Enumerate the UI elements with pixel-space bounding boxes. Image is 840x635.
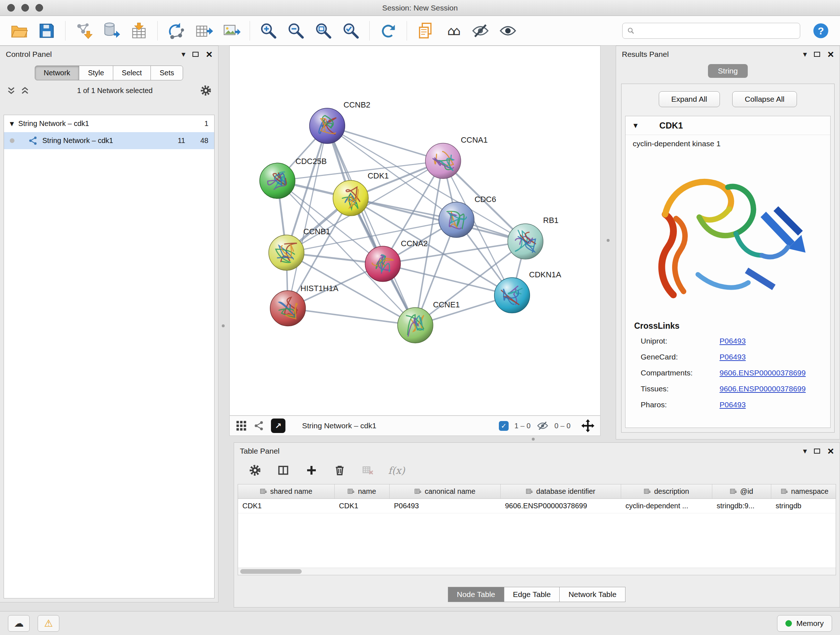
zoom-fit-button[interactable] (311, 19, 336, 43)
tab-node-table[interactable]: Node Table (448, 587, 504, 602)
network-node-CCNB2[interactable]: CCNB2 (309, 100, 370, 144)
zoom-in-button[interactable] (256, 19, 281, 43)
network-node-CDK1[interactable]: CDK1 (333, 171, 388, 216)
panel-menu-icon[interactable]: ▼ (803, 51, 807, 57)
export-table-button[interactable] (191, 19, 216, 43)
help-button[interactable]: ? (808, 19, 834, 43)
import-table-button[interactable] (126, 19, 152, 43)
network-node-RB1[interactable]: RB1 (508, 216, 558, 259)
expand-all-icon[interactable] (20, 86, 30, 95)
splitter-handle[interactable] (532, 438, 535, 440)
table-cell[interactable]: stringdb (771, 499, 836, 513)
tab-string[interactable]: String (708, 64, 748, 78)
close-panel-icon[interactable]: × (206, 49, 212, 60)
network-graph[interactable]: CCNB2CCNA1CDC25BCDK1CDC6RB1CCNB1CCNA2CDK… (230, 46, 600, 415)
crosslink-value-link[interactable]: P06493 (720, 337, 745, 345)
zoom-out-button[interactable] (283, 19, 309, 43)
memory-button[interactable]: Memory (777, 615, 832, 632)
collapse-triangle-icon[interactable]: ▼ (10, 120, 14, 127)
import-network-database-button[interactable] (99, 19, 124, 43)
network-node-HIST1H1A[interactable]: HIST1H1A (270, 284, 339, 326)
selected-checkbox-icon[interactable]: ✓ (499, 421, 508, 431)
table-cell[interactable]: 9606.ENSP00000378699 (501, 499, 621, 513)
table-cell[interactable]: cyclin-dependent ... (621, 499, 712, 513)
table-cell[interactable]: CDK1 (238, 499, 335, 513)
tab-sets[interactable]: Sets (150, 65, 183, 80)
crosslink-value-link[interactable]: 9606.ENSP00000378699 (720, 369, 806, 377)
crosslink-value-link[interactable]: 9606.ENSP00000378699 (720, 385, 806, 393)
collapse-all-button[interactable]: Collapse All (732, 91, 797, 107)
export-image-button[interactable] (218, 19, 244, 43)
close-panel-icon[interactable]: × (827, 49, 834, 60)
close-window-button[interactable] (7, 4, 15, 11)
column-header-description[interactable]: description (621, 485, 712, 499)
tab-network[interactable]: Network (35, 65, 79, 80)
add-column-button[interactable] (303, 463, 319, 478)
maximize-window-button[interactable] (35, 4, 43, 11)
column-header-database-identifier[interactable]: database identifier (501, 485, 621, 499)
delete-column-button[interactable] (332, 463, 347, 478)
warnings-button[interactable]: ⚠ (38, 615, 59, 632)
apply-layout-button[interactable] (376, 19, 401, 43)
open-session-button[interactable] (6, 19, 32, 43)
splitter-handle[interactable] (607, 239, 609, 242)
float-panel-icon[interactable] (814, 52, 820, 57)
zoom-selected-button[interactable] (338, 19, 363, 43)
float-panel-icon[interactable] (814, 448, 820, 454)
column-header-name[interactable]: name (335, 485, 390, 499)
splitter-handle[interactable] (222, 325, 225, 327)
cloud-status-button[interactable]: ☁ (8, 615, 30, 632)
scrollbar-thumb[interactable] (240, 569, 302, 574)
network-node-CDKN1A[interactable]: CDKN1A (494, 270, 561, 313)
panel-menu-icon[interactable]: ▼ (182, 51, 186, 57)
show-columns-button[interactable] (275, 463, 291, 478)
network-node-CCNA1[interactable]: CCNA1 (425, 135, 488, 179)
collapse-triangle-icon[interactable]: ▼ (633, 122, 638, 129)
protein-card-header[interactable]: ▼ CDK1 (625, 116, 830, 135)
network-edge[interactable] (288, 126, 327, 309)
horizontal-scrollbar[interactable] (238, 568, 836, 575)
function-builder-button[interactable]: f(x) (388, 465, 405, 476)
show-panel-button[interactable] (495, 19, 521, 43)
minimize-window-button[interactable] (21, 4, 29, 11)
tab-network-table[interactable]: Network Table (559, 587, 625, 602)
tab-select[interactable]: Select (113, 65, 151, 80)
gear-icon[interactable] (200, 85, 212, 96)
crosslink-value-link[interactable]: P06493 (720, 353, 745, 361)
table-cell[interactable]: P06493 (390, 499, 501, 513)
table-row[interactable]: CDK1CDK1P064939606.ENSP00000378699cyclin… (238, 499, 836, 513)
network-edge[interactable] (327, 126, 443, 161)
import-network-file-button[interactable] (71, 19, 96, 43)
tab-edge-table[interactable]: Edge Table (504, 587, 560, 602)
network-canvas[interactable]: CCNB2CCNA1CDC25BCDK1CDC6RB1CCNB1CCNA2CDK… (229, 46, 600, 416)
float-panel-icon[interactable] (193, 52, 199, 57)
network-node-CDC6[interactable]: CDC6 (439, 195, 496, 238)
collapse-all-icon[interactable] (6, 86, 16, 95)
search-box[interactable] (622, 23, 800, 39)
copy-document-button[interactable] (413, 19, 438, 43)
hidden-eye-slash-icon[interactable] (537, 420, 549, 432)
column-header-namespace[interactable]: namespace (771, 485, 836, 499)
crosslink-value-link[interactable]: P06493 (720, 401, 745, 409)
column-header-canonical-name[interactable]: canonical name (390, 485, 501, 499)
network-row[interactable]: String Network – cdk1 11 48 (4, 132, 214, 149)
expand-all-button[interactable]: Expand All (659, 91, 720, 107)
table-settings-button[interactable] (247, 463, 263, 478)
pan-crosshair-icon[interactable] (581, 419, 594, 432)
tab-style[interactable]: Style (79, 65, 113, 80)
table-cell[interactable]: stringdb:9... (712, 499, 771, 513)
save-session-button[interactable] (34, 19, 59, 43)
panel-menu-icon[interactable]: ▼ (803, 448, 807, 454)
close-panel-icon[interactable]: × (827, 446, 834, 456)
network-edge[interactable] (327, 126, 415, 325)
search-input[interactable] (638, 24, 796, 37)
column-header-shared-name[interactable]: shared name (238, 485, 335, 499)
network-share-icon[interactable] (254, 420, 264, 431)
column-header--id[interactable]: @id (712, 485, 771, 499)
open-in-new-window-button[interactable]: ↗ (271, 418, 286, 433)
network-edge[interactable] (288, 309, 415, 325)
network-collection-row[interactable]: ▼ String Network – cdk1 1 (4, 115, 214, 132)
hide-panel-button[interactable] (468, 19, 493, 43)
table-cell[interactable]: CDK1 (335, 499, 390, 513)
clone-network-button[interactable] (164, 19, 189, 43)
